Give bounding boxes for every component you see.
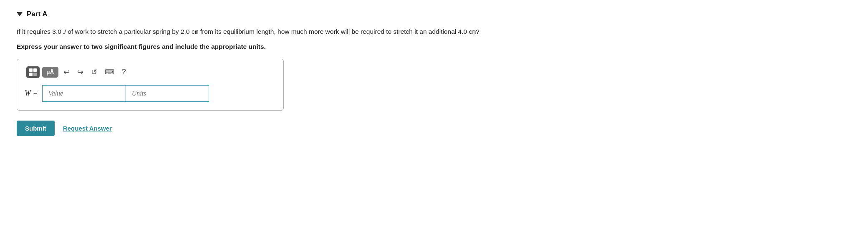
keyboard-icon: ⌨ [105,68,114,76]
part-title: Part A [27,10,47,18]
question-text-1: If it requires 3.0 [17,28,63,35]
submit-label: Submit [25,125,46,132]
input-row: W = [25,85,276,102]
cm2-unit: cm [469,29,476,35]
help-button[interactable]: ? [119,66,129,78]
joules-symbol: J [63,28,66,35]
mu-button[interactable]: μÅ [42,67,58,78]
variable-label: W = [25,89,38,98]
redo-icon: ↪ [77,68,83,77]
units-input[interactable] [126,85,209,102]
toolbar: μÅ ↩ ↪ ↺ ⌨ ? [25,66,276,78]
cm1-unit: cm [192,29,199,35]
submit-button[interactable]: Submit [17,121,55,136]
page-container: Part A If it requires 3.0 J of work to s… [0,0,868,237]
collapse-chevron[interactable] [17,12,23,16]
reset-button[interactable]: ↺ [88,66,100,78]
part-header: Part A [17,10,851,18]
value-input[interactable] [42,85,126,102]
question-text-2: of work to stretch a particular spring b… [66,28,192,35]
question-text: If it requires 3.0 J of work to stretch … [17,27,851,37]
template-button[interactable] [26,66,40,78]
question-text-4: ? [476,28,479,35]
undo-icon: ↩ [63,68,70,77]
request-answer-label: Request Answer [63,125,112,132]
redo-button[interactable]: ↪ [75,66,86,78]
refresh-icon: ↺ [91,68,97,77]
instruction-text: Express your answer to two significant f… [17,43,851,50]
request-answer-button[interactable]: Request Answer [63,125,112,132]
answer-box: μÅ ↩ ↪ ↺ ⌨ ? W = [17,59,284,111]
mu-label: μÅ [46,69,54,76]
help-icon: ? [122,68,126,76]
bottom-row: Submit Request Answer [17,121,851,136]
undo-button[interactable]: ↩ [61,66,72,78]
keyboard-button[interactable]: ⌨ [102,66,117,78]
question-text-3: from its equilibrium length, how much mo… [199,28,469,35]
grid-icon [29,68,37,76]
